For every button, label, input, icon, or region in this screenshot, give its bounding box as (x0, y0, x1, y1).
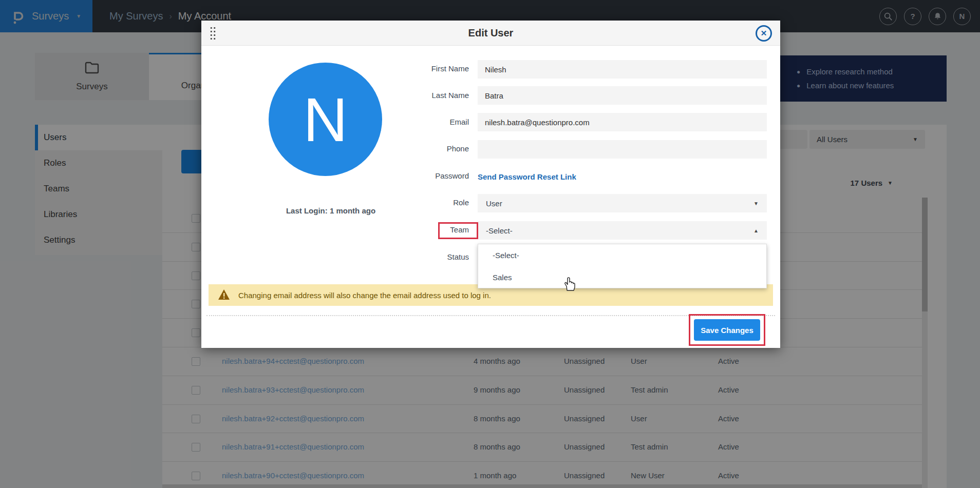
warning-triangle-icon (218, 289, 230, 302)
team-select[interactable]: -Select- ▲ (478, 221, 767, 240)
last-login-text: Last Login: 1 month ago (269, 206, 392, 215)
annotation-box-team (438, 222, 478, 239)
edit-user-modal: Edit User ✕ N Last Login: 1 month ago Fi… (201, 21, 780, 348)
avatar-initial: N (303, 84, 348, 155)
team-select-value: -Select- (486, 226, 513, 235)
send-password-reset-link[interactable]: Send Password Reset Link (478, 172, 576, 181)
last-name-label: Last Name (392, 91, 469, 101)
team-dropdown-menu: -Select- Sales (478, 244, 767, 288)
team-option-sales[interactable]: Sales (478, 266, 766, 288)
app-root: Surveys ▼ My Surveys › My Account ? N Su… (0, 0, 980, 488)
password-label: Password (392, 171, 469, 182)
status-label: Status (392, 252, 469, 263)
role-select-value: User (486, 199, 502, 208)
caret-up-icon: ▲ (753, 228, 759, 233)
first-name-field[interactable] (478, 60, 767, 79)
warning-text: Changing email address will also change … (238, 291, 491, 300)
team-option-select[interactable]: -Select- (478, 244, 766, 266)
email-field[interactable] (478, 113, 767, 131)
email-label: Email (392, 118, 469, 128)
role-select[interactable]: User ▼ (478, 194, 767, 212)
phone-field[interactable] (478, 140, 767, 159)
first-name-label: First Name (392, 64, 469, 74)
annotation-box-save (689, 314, 765, 346)
modal-title: Edit User (201, 27, 780, 39)
phone-label: Phone (392, 144, 469, 154)
user-avatar: N (269, 63, 382, 176)
role-label: Role (392, 198, 469, 208)
last-name-field[interactable] (478, 86, 767, 105)
close-icon[interactable]: ✕ (756, 25, 772, 42)
hand-cursor-icon (562, 276, 576, 294)
caret-down-icon: ▼ (753, 201, 759, 206)
